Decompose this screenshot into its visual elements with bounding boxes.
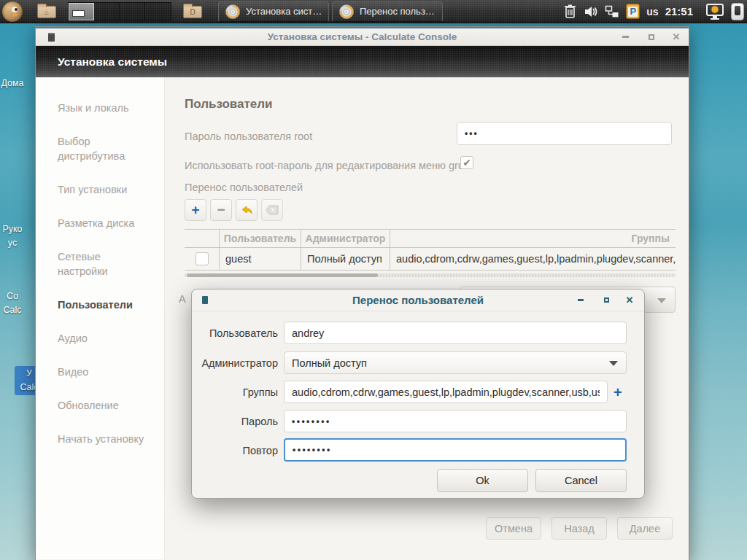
undo-button[interactable] <box>236 199 258 221</box>
ok-button[interactable]: Ok <box>437 469 528 492</box>
users-table-header: Пользователь Администратор Группы <box>185 229 676 248</box>
trash-icon[interactable] <box>563 4 577 19</box>
password-label: Пароль <box>192 416 278 427</box>
clock[interactable]: 21:51 <box>665 5 693 18</box>
admin-select-value: Полный доступ <box>292 357 367 369</box>
admin-label: Администратор <box>192 357 278 369</box>
keyboard-layout-indicator[interactable]: us <box>646 6 658 18</box>
window-titlebar[interactable]: Установка системы - Calculate Console ✕ <box>36 27 689 46</box>
chevron-down-icon <box>657 298 666 303</box>
sidebar-item-users[interactable]: Пользователи <box>58 298 147 312</box>
taskbar-window-transfer[interactable]: Перенос пользова... <box>332 1 443 22</box>
page-title: Пользователи <box>185 97 273 112</box>
wizard-back-button[interactable]: Назад <box>551 517 607 540</box>
groups-label: Группы <box>192 386 278 398</box>
sidebar-item-install-type[interactable]: Тип установки <box>58 182 147 197</box>
scrollbar-thumb[interactable] <box>187 273 378 277</box>
cd-icon <box>338 4 355 20</box>
minimize-button[interactable] <box>616 28 635 45</box>
clipboard-manager-icon[interactable]: P <box>626 4 640 19</box>
transfer-users-label: Перенос пользователей <box>185 182 303 193</box>
volume-icon[interactable] <box>584 4 598 19</box>
workspace-4[interactable] <box>145 3 171 20</box>
sidebar-item-distro[interactable]: Выбор дистрибутива <box>58 134 147 163</box>
groups-input[interactable] <box>284 381 608 403</box>
home-folder-icon[interactable]: ⌂ <box>36 3 58 20</box>
root-password-label: Пароль пользователя root <box>185 131 312 142</box>
sidebar-item-update[interactable]: Обновление <box>58 398 147 413</box>
workspace-2[interactable] <box>94 3 120 20</box>
cell-user: guest <box>220 248 301 270</box>
desktop-icon-manual[interactable]: Рукоус <box>0 222 29 250</box>
col-admin: Администратор <box>301 230 390 247</box>
sidebar-item-disk[interactable]: Разметка диска <box>58 216 147 230</box>
network-icon[interactable] <box>605 4 619 19</box>
dialog-titlebar[interactable]: Перенос пользователей ✕ <box>192 289 644 311</box>
grub-password-checkbox[interactable]: ✔ <box>460 156 473 169</box>
desktop-icon-home[interactable]: Дома <box>0 77 29 90</box>
user-label: Пользователь <box>192 327 278 339</box>
close-button[interactable]: ✕ <box>667 28 686 45</box>
documents-folder-icon[interactable]: D <box>182 3 204 20</box>
root-password-input[interactable] <box>457 122 672 145</box>
admin-select[interactable]: Полный доступ <box>284 351 627 374</box>
cd-icon <box>225 4 241 20</box>
remove-user-button[interactable]: − <box>210 199 232 221</box>
occluded-label: А <box>179 293 186 305</box>
repeat-password-input[interactable] <box>284 438 627 462</box>
sidebar-item-video[interactable]: Видео <box>58 365 147 379</box>
cancel-button[interactable]: Cancel <box>535 469 627 492</box>
desktop-icon-community[interactable]: СоCalc <box>0 289 29 317</box>
sidebar-item-language[interactable]: Язык и локаль <box>58 101 147 115</box>
backspace-icon <box>266 205 279 215</box>
wizard-sidebar: Язык и локаль Выбор дистрибутива Тип уст… <box>36 77 165 559</box>
users-table: Пользователь Администратор Группы guest … <box>185 229 676 271</box>
maximize-button[interactable] <box>642 28 661 45</box>
sidebar-item-audio[interactable]: Аудио <box>58 331 147 346</box>
add-user-button[interactable]: + <box>185 199 206 221</box>
app-header: Установка системы <box>36 46 689 77</box>
app-header-title: Установка системы <box>58 55 167 69</box>
system-tray: P us 21:51 <box>563 3 747 20</box>
workspace-3[interactable] <box>120 3 145 20</box>
sidebar-item-start-install[interactable]: Начать установку <box>58 432 147 446</box>
clear-button[interactable] <box>261 199 283 221</box>
calculate-menu-icon[interactable] <box>2 1 23 22</box>
password-input[interactable] <box>284 410 627 432</box>
repeat-label: Повтор <box>192 445 278 456</box>
dialog-minimize-button[interactable] <box>572 289 589 311</box>
user-input[interactable] <box>284 322 627 344</box>
sidebar-item-network[interactable]: Сетевые настройки <box>58 249 147 279</box>
taskbar-window-label: Установка систем... <box>246 6 322 17</box>
wizard-cancel-button[interactable]: Отмена <box>486 517 541 540</box>
window-title: Установка системы - Calculate Console <box>36 31 689 42</box>
table-row[interactable]: guest Полный доступ audio,cdrom,cdrw,gam… <box>185 248 676 271</box>
taskbar-window-label: Перенос пользова... <box>360 6 436 17</box>
transfer-user-dialog: Перенос пользователей ✕ Пользователь Адм… <box>191 289 645 499</box>
undo-icon <box>241 205 253 216</box>
grub-password-label: Использовать root-пароль для редактирова… <box>185 160 470 171</box>
wizard-next-button[interactable]: Далее <box>617 517 673 540</box>
col-groups: Группы <box>390 233 676 244</box>
table-horizontal-scrollbar[interactable] <box>185 273 676 277</box>
workspace-pager[interactable] <box>68 2 171 21</box>
users-toolbar: + − <box>185 199 283 221</box>
session-monitor-icon[interactable] <box>705 3 724 20</box>
add-group-icon[interactable]: + <box>614 385 622 400</box>
col-user: Пользователь <box>220 230 301 247</box>
cell-groups: audio,cdrom,cdrw,games,guest,lp,lpadmin,… <box>390 253 676 265</box>
row-checkbox[interactable] <box>196 252 209 265</box>
dialog-close-button[interactable]: ✕ <box>621 289 638 311</box>
dialog-maximize-button[interactable] <box>597 289 615 311</box>
cell-admin: Полный доступ <box>301 248 390 270</box>
chevron-down-icon <box>609 361 618 366</box>
taskbar: ⌂ D Установка систем... Перенос пользова… <box>0 0 747 23</box>
power-switch-icon[interactable] <box>731 3 744 20</box>
taskbar-window-install[interactable]: Установка систем... <box>218 1 329 22</box>
workspace-1[interactable] <box>69 3 94 20</box>
